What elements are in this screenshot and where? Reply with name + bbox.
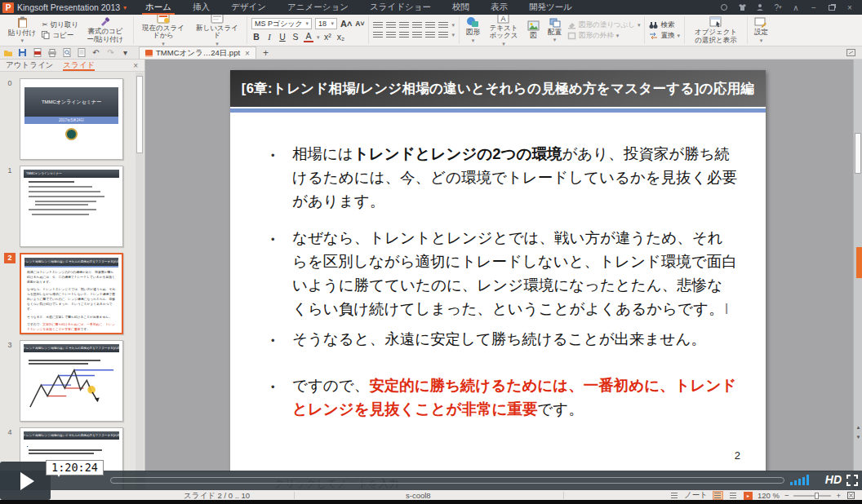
tab-design[interactable]: デザイン [220,0,277,15]
slide-sorter-view-button[interactable] [728,491,739,500]
slide-body[interactable]: • 相場にはトレンドとレンジの2つの環境があり、投資家が勝ち続けるためには、今、… [230,113,766,421]
tab-insert[interactable]: 挿入 [182,0,220,15]
object-selection-button[interactable]: オブジェクトの選択と表示 [689,15,743,46]
fit-to-window-icon[interactable] [846,492,855,500]
subscript-button[interactable]: x₂ [335,32,345,42]
settings-button[interactable]: 設定▾ [752,15,771,45]
open-folder-icon[interactable] [2,47,13,58]
format-painter-button[interactable]: 書式のコピー/貼り付け [82,15,129,45]
distribute-icon[interactable] [425,32,435,39]
underline-button[interactable]: U [278,32,287,42]
fullscreen-icon[interactable] [846,475,858,486]
normal-view-button[interactable] [713,491,723,500]
ribbon-options-icon[interactable] [846,49,855,56]
skin-icon[interactable] [737,2,747,12]
zoom-slider[interactable] [793,495,831,497]
play-button[interactable] [0,462,51,500]
decrease-font-button[interactable]: A˅ [355,20,364,28]
current-slide[interactable]: [6章:トレンド相場/レンジ相場の違いとそれらの見極め方をマスターする]の応用編… [230,70,766,471]
bold-button[interactable]: B [251,32,261,42]
close-button[interactable]: × [845,2,855,12]
tab-outline[interactable]: アウトライン [6,60,53,71]
qat-customize-caret-icon[interactable]: ▾ [120,47,131,58]
zoom-out-button[interactable]: − [784,491,789,500]
scroll-down-icon[interactable]: ▼ [854,432,862,442]
picture-button[interactable]: 図 [525,20,542,41]
panel-scrollbar-thumb[interactable] [136,76,143,153]
slide-thumbnail-agenda[interactable]: TMMCオンラインセミナー [20,166,123,247]
print-preview-icon[interactable] [61,47,72,58]
edge-marker[interactable] [856,247,862,278]
font-family-select[interactable]: MS Pゴシック▾ [251,18,312,29]
restore-button[interactable] [827,2,837,12]
panel-close-icon[interactable]: × [133,61,138,70]
align-right-icon[interactable] [399,32,409,39]
line-spacing-icon[interactable] [425,22,435,29]
superscript-button[interactable]: x² [322,32,332,42]
slide-thumbnail-current[interactable]: [6章:トレンド相場/レンジ相場の違いとそれらの見極め方をマスターする]の応用編… [20,253,123,334]
zoom-in-button[interactable]: + [836,491,841,500]
slideshow-button[interactable]: ▸ [744,492,753,500]
print-icon[interactable] [47,47,57,58]
align-caret-icon[interactable]: ▾ [451,32,455,38]
minimize-button[interactable]: − [809,2,819,12]
account-icon[interactable] [755,2,765,12]
hd-badge[interactable]: HD [825,473,842,486]
app-menu-caret-icon[interactable]: ▾ [123,4,127,11]
document-tab-close-icon[interactable]: × [245,49,250,58]
undo-icon[interactable]: ↶ [91,47,101,58]
new-document-icon[interactable] [76,47,87,58]
italic-button[interactable]: I [264,32,274,42]
font-color-button[interactable]: A [304,32,313,42]
font-size-select[interactable]: 18▾ [315,18,337,29]
bullet-list-icon[interactable] [373,22,383,29]
increase-font-button[interactable]: A˄ [340,19,352,29]
replace-button[interactable]: 置換▾ [649,32,680,40]
cut-button[interactable]: ✂切り取り [42,21,78,29]
copy-button[interactable]: コピー [42,31,78,39]
canvas-scrollbar-thumb[interactable] [855,133,861,174]
notes-icon[interactable] [669,492,679,500]
volume-icon[interactable] [790,475,809,485]
indent-decrease-icon[interactable] [399,22,409,29]
save-icon[interactable] [17,47,28,58]
find-button[interactable]: 検索 [649,21,680,29]
align-left-icon[interactable] [373,32,383,39]
new-slide-button[interactable]: 新しいスライド▾ [192,12,242,49]
tab-view[interactable]: 表示 [480,0,518,15]
tab-animation[interactable]: アニメーション [277,0,359,15]
textbox-button[interactable]: A テキストボックス▾ [486,12,522,49]
collapse-ribbon-button[interactable]: ∧ [791,2,801,12]
tab-home[interactable]: ホーム [135,0,182,15]
shape-fill-button[interactable]: 図形の塗りつぶし▾ [567,21,641,29]
zoom-slider-handle[interactable] [815,493,819,499]
tab-slideshow[interactable]: スライドショー [359,0,442,15]
document-tab[interactable]: TMMCオンラ…24日.ppt × [139,46,256,59]
numbered-list-icon[interactable] [386,22,396,29]
tab-devtools[interactable]: 開発ツール [518,0,583,15]
tab-slides[interactable]: スライド [63,60,95,71]
export-pdf-icon[interactable] [32,47,42,58]
paragraph-caret-icon[interactable]: ▾ [451,22,455,29]
notes-toggle[interactable]: ノート [684,490,708,501]
shapes-button[interactable]: 図形▾ [464,15,482,45]
new-tab-button[interactable]: + [263,47,269,59]
scroll-up-icon[interactable]: ▲ [854,422,862,432]
arrange-button[interactable]: 配置▾ [545,16,564,45]
justify-icon[interactable] [412,32,422,39]
video-progress-bar[interactable] [110,477,784,484]
slide-thumbnail-chart[interactable]: [6章:トレンド相場/レンジ相場の違いとそれらの見極め方をマスターする]の応用編 [20,340,123,422]
app-logo-icon[interactable]: P [2,2,14,13]
indent-increase-icon[interactable] [412,22,422,29]
feedback-icon[interactable] [719,2,729,12]
align-center-icon[interactable] [386,32,396,39]
from-current-slide-button[interactable]: 現在のスライドから▾ [138,12,189,49]
tab-review[interactable]: 校閲 [442,0,480,15]
help-button[interactable]: ?▾ [773,2,783,12]
text-direction-icon[interactable] [438,22,448,29]
paste-button[interactable]: 貼り付け▾ [6,15,38,46]
slide-thumbnail-title[interactable]: TMMCオンラインセミナー 2017年5月24日 [20,78,123,160]
panel-scrollbar[interactable] [136,73,144,489]
shape-outline-button[interactable]: 図形の外枠▾ [567,32,641,40]
redo-icon[interactable]: ↷ [105,47,116,58]
